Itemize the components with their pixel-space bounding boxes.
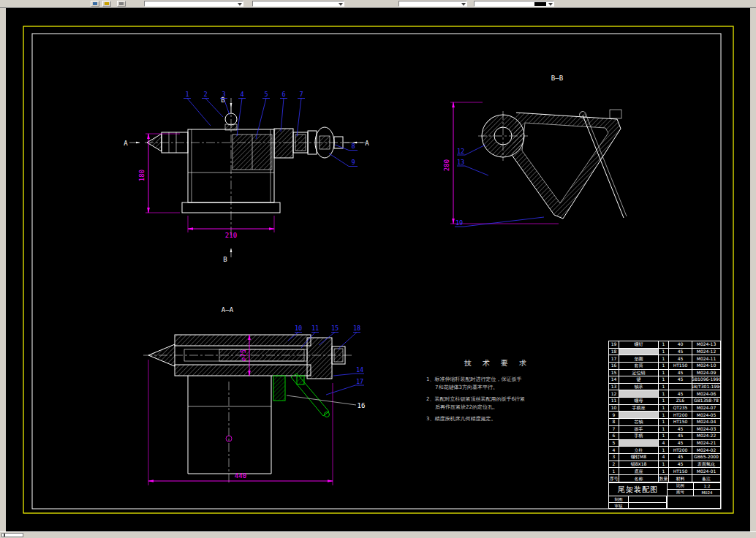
scale-label: 比例	[668, 483, 694, 490]
bom-cell-material: 45	[669, 376, 692, 384]
bom-cell-note: GB/T301-1994	[692, 384, 720, 391]
bom-cell-qty: 4	[659, 440, 669, 447]
style-combo[interactable]	[252, 1, 344, 7]
bom-cell-qty: 1	[659, 398, 669, 405]
status-bar	[0, 531, 756, 538]
toolbar-icon-3[interactable]	[117, 1, 126, 7]
table-row: 15 定位销 1 45 M024-09	[609, 370, 720, 377]
bom-cell-material: HT150	[669, 363, 692, 370]
bom-cell-no: 2	[609, 461, 619, 469]
tech-requirement-line: 7和花键体3方向基本平行。	[426, 384, 569, 392]
bom-cell-no: 7	[609, 426, 619, 433]
bom-cell-note: M024-01	[692, 468, 720, 475]
tech-requirement-line: 3、精度按机床几何精度规定。	[426, 415, 569, 423]
bom-cell-name: 螺母	[619, 398, 659, 405]
layer-combo[interactable]	[144, 1, 243, 7]
bom-header-qty: 数量	[659, 475, 669, 482]
chevron-down-icon	[339, 3, 343, 6]
bom-cell-material: 45	[669, 426, 692, 433]
checked-by-value	[629, 503, 667, 509]
bom-cell-no: 12	[609, 390, 619, 398]
table-row: 17 垫圈 1 45 M024-11	[609, 355, 720, 363]
bom-cell-qty: 1	[659, 433, 669, 440]
bom-cell-note: GB1096-1990	[692, 376, 720, 384]
bom-cell-material: QT235	[669, 405, 692, 412]
bom-cell-name: 垫圈	[619, 355, 659, 363]
table-row: 14 键 1 45 GB1096-1990	[609, 376, 720, 384]
table-row: 2 销8X18 1 45 表面氧化	[609, 461, 720, 469]
bom-cell-qty: 1	[659, 461, 669, 469]
bom-cell-material: 45	[669, 355, 692, 363]
code-label: 图号	[668, 490, 694, 496]
bom-cell-no: 14	[609, 376, 619, 384]
drawing-title: 尾架装配图	[609, 483, 668, 496]
table-row: 9 压块 1 HT200 M024-05	[609, 412, 720, 419]
technical-requirements: 技 术 要 求 1、标准伸缩杆装配时进行定位，保证扳手7和花键体3方向基本平行。…	[426, 358, 569, 423]
chevron-down-icon	[238, 3, 242, 6]
bom-cell-no: 10	[609, 405, 619, 412]
bom-cell-qty: 1	[659, 419, 669, 426]
bom-cell-note: M024-10	[692, 363, 720, 370]
bom-cell-no: 3	[609, 454, 619, 461]
toolbar	[0, 0, 756, 8]
bom-cell-qty: 1	[659, 349, 669, 356]
bom-cell-qty: 1	[659, 363, 669, 370]
drawn-by-value	[629, 496, 667, 502]
bom-cell-note: GB1358-78	[692, 398, 720, 405]
toolbar-icon-1[interactable]	[91, 1, 99, 7]
bom-cell-material: HT200	[669, 412, 692, 419]
table-row: 7 扳手 1 45 M024-03	[609, 426, 720, 433]
table-row: 8 芯轴 1 HT150 M024-04	[609, 419, 720, 426]
bom-cell-no: 9	[609, 412, 619, 419]
bom-cell-name: 扳手	[619, 426, 659, 433]
scale-value: 1:2	[694, 483, 720, 490]
bom-cell-note: M024-09	[692, 370, 720, 377]
bom-cell-note: M024-11	[692, 355, 720, 363]
tech-requirement-line: 后再作压紧块22的定位孔。	[426, 404, 569, 412]
table-row: 6 手柄 1 45 M024-22	[609, 433, 720, 440]
tech-requirement-line: 2、装配时立柱锁紧顶丝装配用的扳手6拧紧	[426, 395, 569, 404]
toolbar-icon-2[interactable]	[102, 1, 111, 7]
code-value: M024	[694, 490, 720, 496]
bom-cell-name: 立柱	[619, 447, 659, 454]
bom-cell-name: 销8X18	[619, 461, 659, 469]
color-combo[interactable]	[398, 1, 467, 7]
bom-header-no: 序号	[609, 475, 619, 482]
bom-cell-note: M024-03	[692, 426, 720, 433]
bom-cell-no: 19	[609, 341, 619, 349]
chevron-down-icon	[461, 3, 466, 6]
command-line-fragment[interactable]	[1, 533, 23, 537]
bom-cell-name: 定位销	[619, 370, 659, 377]
bom-cell-note: M024-21	[692, 440, 720, 447]
bom-cell-note: 表面氧化	[692, 461, 720, 469]
table-row: 10 手柄座 1 QT235 M024-07	[609, 405, 720, 412]
bom-cell-note: M024-05	[692, 412, 720, 419]
table-row: 18 手轮 1 45 M024-12	[609, 349, 720, 356]
bom-cell-name: 底座	[619, 468, 659, 475]
linetype-combo[interactable]	[474, 1, 554, 7]
text-cursor	[4, 534, 5, 537]
bom-cell-no: 11	[609, 398, 619, 405]
bom-cell-qty: 1	[659, 468, 669, 475]
bom-cell-note: M024-04	[692, 419, 720, 426]
bom-header-row: 序号 名称 数量 材料 备注	[609, 475, 720, 482]
bom-cell-qty: 1	[659, 355, 669, 363]
bom-header-note: 备注	[692, 475, 720, 482]
checked-by-label: 审核	[609, 503, 629, 509]
chevron-down-icon	[548, 3, 553, 6]
bom-cell-name: 芯轴	[619, 419, 659, 426]
bom-cell-no: 15	[609, 370, 619, 377]
bom-cell-qty: 1	[659, 370, 669, 377]
bom-cell-note: M024-13	[692, 341, 720, 349]
bom-cell-material: 45	[669, 390, 692, 398]
bom-cell-name: 螺钉M6X10	[619, 440, 659, 447]
bom-cell-no: 4	[609, 447, 619, 454]
bom-cell-qty: 1	[659, 447, 669, 454]
table-row: 19 螺钉 1 40 M024-13	[609, 341, 720, 349]
bom-cell-no: 5	[609, 440, 619, 447]
bom-cell-qty: 1	[659, 376, 669, 384]
bom-cell-name: 手柄座	[619, 405, 659, 412]
bom-header-name: 名称	[619, 475, 659, 482]
bom-cell-no: 13	[609, 384, 619, 391]
bom-cell-qty: 1	[659, 426, 669, 433]
